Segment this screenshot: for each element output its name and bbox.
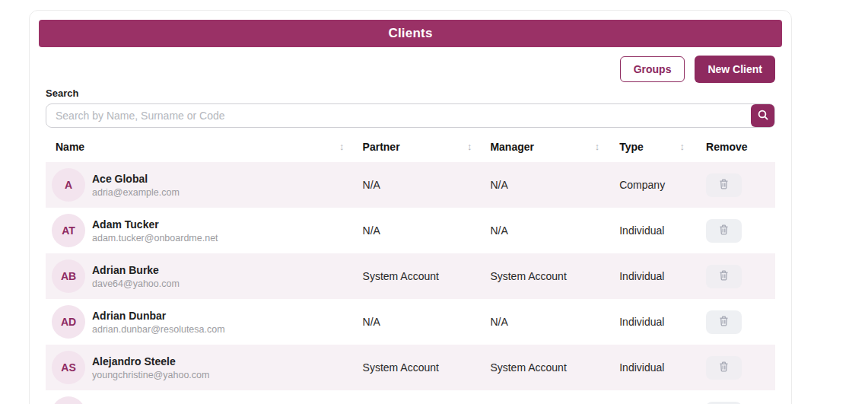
search-button[interactable] <box>751 104 774 127</box>
search-label: Search <box>46 87 775 99</box>
column-header-manager[interactable]: Manager ↕ <box>481 141 609 153</box>
column-label: Partner <box>363 141 400 153</box>
client-name: Adrian Dunbar <box>92 310 225 322</box>
name-block: Alejandro Steele youngchristine@yahoo.co… <box>92 355 209 380</box>
remove-client-button[interactable] <box>706 219 742 243</box>
manager-value: N/A <box>490 316 507 328</box>
column-label: Type <box>619 141 644 153</box>
sort-updown-icon[interactable]: ↕ <box>467 141 472 152</box>
client-email: adam.tucker@onboardme.net <box>92 233 218 243</box>
type-value: Individual <box>619 270 664 282</box>
client-name: Adrian Burke <box>92 264 180 276</box>
client-email: dave64@yahoo.com <box>92 278 180 289</box>
type-value: Company <box>619 179 665 191</box>
avatar: A <box>52 396 85 404</box>
column-label: Remove <box>706 141 747 153</box>
name-block: Adrian Dunbar adrian.dunbar@resolutesa.c… <box>92 310 225 335</box>
table-header: Name ↕ Partner ↕ Manager ↕ Type ↕ Remove <box>46 131 775 162</box>
column-header-name[interactable]: Name ↕ <box>46 141 354 153</box>
client-email: youngchristine@yahoo.com <box>92 370 209 380</box>
sort-updown-icon[interactable]: ↕ <box>339 141 345 152</box>
groups-button[interactable]: Groups <box>620 56 685 82</box>
trash-icon <box>718 224 730 238</box>
name-cell: AD Adrian Dunbar adrian.dunbar@resolutes… <box>46 305 354 339</box>
column-header-partner[interactable]: Partner ↕ <box>354 141 482 153</box>
toolbar: Groups New Client <box>46 56 775 83</box>
client-name: Adam Tucker <box>92 218 218 231</box>
avatar: AB <box>52 259 85 293</box>
column-header-remove: Remove <box>694 141 775 153</box>
client-email: adria@example.com <box>92 187 180 198</box>
search-container <box>46 103 775 128</box>
page-title: Clients <box>388 26 432 41</box>
search-input[interactable] <box>46 103 775 128</box>
manager-value: N/A <box>490 224 507 237</box>
table-body: A Ace Global adria@example.com N/A N/A C… <box>46 162 775 404</box>
type-value: Individual <box>619 361 664 374</box>
name-cell: AS Alejandro Steele youngchristine@yahoo… <box>46 351 354 384</box>
client-email: adrian.dunbar@resolutesa.com <box>92 324 225 335</box>
name-cell: A Ace Global adria@example.com <box>46 168 354 202</box>
client-name: Ace Global <box>92 173 180 185</box>
table-row[interactable]: AT Adam Tucker adam.tucker@onboardme.net… <box>46 208 775 253</box>
name-block: Ace Global adria@example.com <box>92 173 180 198</box>
avatar: A <box>52 168 85 202</box>
page-header-bar: Clients <box>39 20 782 47</box>
remove-client-button[interactable] <box>706 265 742 288</box>
trash-icon <box>718 315 730 329</box>
avatar: AS <box>52 351 85 384</box>
name-block: Adam Tucker adam.tucker@onboardme.net <box>92 218 218 243</box>
type-value: Individual <box>619 316 664 328</box>
sort-updown-icon[interactable]: ↕ <box>680 141 685 152</box>
table-row[interactable]: AD Adrian Dunbar adrian.dunbar@resolutes… <box>46 299 775 345</box>
name-block: Adrian Burke dave64@yahoo.com <box>92 264 180 289</box>
trash-icon <box>718 178 730 192</box>
remove-client-button[interactable] <box>706 356 742 380</box>
manager-value: System Account <box>490 361 566 374</box>
remove-client-button[interactable] <box>706 310 742 334</box>
name-cell: AB Adrian Burke dave64@yahoo.com <box>46 259 354 293</box>
type-value: Individual <box>619 224 664 237</box>
partner-value: System Account <box>363 270 439 282</box>
name-cell: AT Adam Tucker adam.tucker@onboardme.net <box>46 214 354 247</box>
table-row[interactable]: AB Adrian Burke dave64@yahoo.com System … <box>46 253 775 299</box>
trash-icon <box>718 269 730 284</box>
name-cell: A Alexander <box>46 396 354 404</box>
clients-card: Clients Groups New Client Search Name <box>29 10 792 404</box>
table-row[interactable]: A Ace Global adria@example.com N/A N/A C… <box>46 162 775 208</box>
partner-value: System Account <box>363 361 439 374</box>
column-header-type[interactable]: Type ↕ <box>609 141 694 153</box>
sort-updown-icon[interactable]: ↕ <box>595 141 600 152</box>
client-name: Alejandro Steele <box>92 355 209 367</box>
column-label: Manager <box>490 141 534 153</box>
manager-value: System Account <box>490 270 566 282</box>
remove-client-button[interactable] <box>706 402 742 404</box>
partner-value: N/A <box>363 224 380 237</box>
avatar: AT <box>52 214 85 247</box>
partner-value: N/A <box>363 179 380 191</box>
table-row[interactable]: AS Alejandro Steele youngchristine@yahoo… <box>46 345 775 390</box>
column-label: Name <box>56 141 84 153</box>
new-client-button[interactable]: New Client <box>695 56 775 83</box>
search-icon <box>757 109 769 123</box>
remove-client-button[interactable] <box>706 173 742 197</box>
avatar: AD <box>52 305 85 339</box>
trash-icon <box>718 361 730 375</box>
table-row[interactable]: A Alexander <box>46 390 775 404</box>
partner-value: N/A <box>363 316 380 328</box>
manager-value: N/A <box>490 179 507 191</box>
